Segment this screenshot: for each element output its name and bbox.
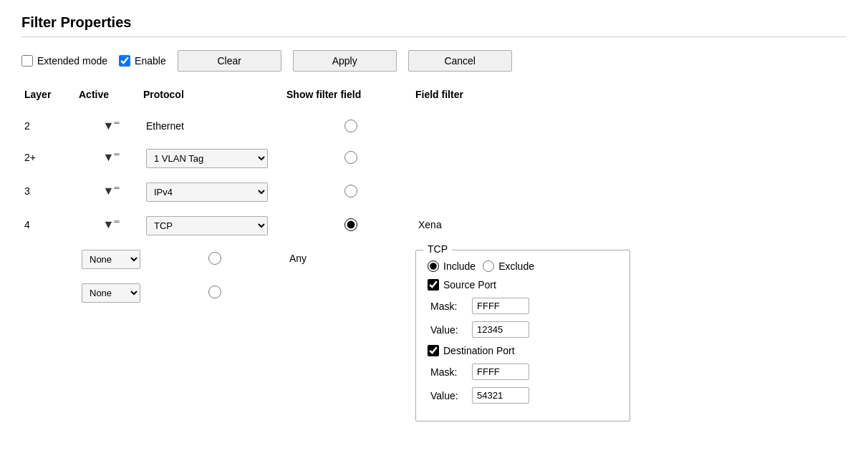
source-port-row: Source Port: [428, 279, 618, 291]
source-value-input[interactable]: [472, 321, 529, 338]
col-header-active: Active: [79, 89, 143, 110]
protocol-3-select[interactable]: IPv4 IPv6 None: [146, 182, 268, 202]
filter-icon-2plus: ▼═: [103, 150, 120, 164]
extended-mode-text: Extended mode: [37, 55, 107, 67]
source-value-label: Value:: [430, 324, 466, 336]
show-filter-2-cell[interactable]: [286, 110, 415, 142]
dest-port-text: Destination Port: [443, 345, 515, 356]
include-label[interactable]: Include: [428, 260, 476, 272]
show-filter-any-radio[interactable]: [208, 286, 221, 298]
dest-port-row: Destination Port: [428, 345, 618, 356]
source-value-row: Value:: [430, 321, 618, 338]
show-filter-2plus-cell[interactable]: [286, 142, 415, 173]
tcp-field-filter-panel: TCP Include Exclude Source Port: [415, 250, 630, 421]
extended-mode-checkbox[interactable]: [21, 55, 33, 67]
field-filter-2-cell: [415, 110, 847, 142]
source-mask-input[interactable]: [472, 298, 529, 314]
apply-button[interactable]: Apply: [293, 50, 397, 72]
layer-3-cell: 3: [21, 175, 79, 207]
active-3-cell: ▼═: [79, 175, 143, 207]
col-header-field-filter: Field filter: [415, 89, 847, 110]
protocol-2plus-select[interactable]: 1 VLAN Tag 2 VLAN Tags None: [146, 149, 268, 168]
toolbar: Extended mode Enable Clear Apply Cancel: [21, 50, 847, 72]
dest-value-input[interactable]: [472, 387, 529, 404]
exclude-radio[interactable]: [483, 260, 494, 272]
show-filter-3-radio[interactable]: [344, 185, 357, 198]
protocol-4-cell[interactable]: TCP UDP ICMP None: [143, 209, 286, 243]
dest-value-label: Value:: [430, 390, 466, 401]
filter-icon-2: ▼═: [103, 119, 120, 132]
protocol-any-select[interactable]: None TCP UDP: [82, 283, 140, 303]
show-filter-4-cell[interactable]: [286, 209, 415, 240]
source-port-label[interactable]: Source Port: [428, 279, 496, 291]
protocol-xena-select[interactable]: None TCP UDP: [82, 250, 140, 269]
dest-port-checkbox[interactable]: [428, 345, 439, 356]
protocol-ethernet-text: Ethernet: [146, 120, 184, 132]
protocol-2plus-cell[interactable]: 1 VLAN Tag 2 VLAN Tags None: [143, 142, 286, 175]
dest-mask-input[interactable]: [472, 364, 529, 380]
layer-2-cell: 2: [21, 110, 79, 142]
source-mask-label: Mask:: [430, 301, 466, 312]
dest-value-row: Value:: [430, 387, 618, 404]
protocol-2-cell: Ethernet: [143, 110, 286, 142]
cancel-button[interactable]: Cancel: [408, 50, 512, 72]
protocol-3-cell[interactable]: IPv4 IPv6 None: [143, 175, 286, 209]
filter-table: Layer Active Protocol Show filter field …: [21, 89, 847, 421]
source-mask-row: Mask:: [430, 298, 618, 314]
active-2-cell: ▼═: [79, 110, 143, 142]
protocol-any-cell[interactable]: None TCP UDP: [79, 276, 143, 310]
include-text: Include: [443, 260, 476, 272]
enable-text: Enable: [135, 55, 166, 67]
filter-icon-4: ▼═: [103, 218, 120, 231]
protocol-4-select[interactable]: TCP UDP ICMP None: [146, 216, 268, 235]
layer-2plus-cell: 2+: [21, 142, 79, 173]
clear-button[interactable]: Clear: [178, 50, 281, 72]
exclude-label[interactable]: Exclude: [483, 260, 534, 272]
active-xena-cell: [21, 243, 79, 274]
show-filter-any-cell[interactable]: [143, 276, 286, 308]
show-filter-4-radio[interactable]: [344, 218, 357, 231]
source-port-checkbox[interactable]: [428, 279, 439, 291]
col-header-layer: Layer: [21, 89, 79, 110]
dest-mask-row: Mask:: [430, 364, 618, 380]
layer-4-cell: 4: [21, 209, 79, 240]
include-exclude-row: Include Exclude: [428, 260, 618, 272]
show-filter-xena-cell[interactable]: [143, 243, 286, 274]
layer-any-cell: Any: [286, 243, 415, 274]
show-filter-3-cell[interactable]: [286, 175, 415, 207]
exclude-text: Exclude: [498, 260, 534, 272]
active-2plus-cell: ▼═: [79, 142, 143, 173]
field-filter-panel-container: TCP Include Exclude Source Port: [415, 243, 847, 421]
field-filter-3-cell: [415, 175, 847, 207]
protocol-xena-cell[interactable]: None TCP UDP: [79, 243, 143, 276]
filter-icon-3: ▼═: [103, 184, 120, 198]
enable-checkbox[interactable]: [119, 55, 130, 67]
layer-xena-cell: Xena: [415, 209, 847, 240]
col-header-protocol: Protocol: [143, 89, 286, 110]
include-radio[interactable]: [428, 260, 439, 272]
page-title: Filter Properties: [21, 14, 847, 37]
dest-mask-label: Mask:: [430, 366, 466, 378]
dest-port-label[interactable]: Destination Port: [428, 345, 515, 356]
extended-mode-label[interactable]: Extended mode: [21, 55, 107, 67]
col-header-show-filter: Show filter field: [286, 89, 415, 110]
field-filter-2plus-cell: [415, 142, 847, 173]
enable-label[interactable]: Enable: [119, 55, 166, 67]
show-filter-xena-radio[interactable]: [208, 252, 221, 265]
active-any-cell: [21, 276, 79, 308]
tcp-panel-legend: TCP: [423, 243, 452, 255]
active-4-cell: ▼═: [79, 209, 143, 240]
show-filter-2-radio[interactable]: [344, 120, 357, 132]
show-filter-2plus-radio[interactable]: [344, 151, 357, 164]
source-port-text: Source Port: [443, 279, 496, 291]
